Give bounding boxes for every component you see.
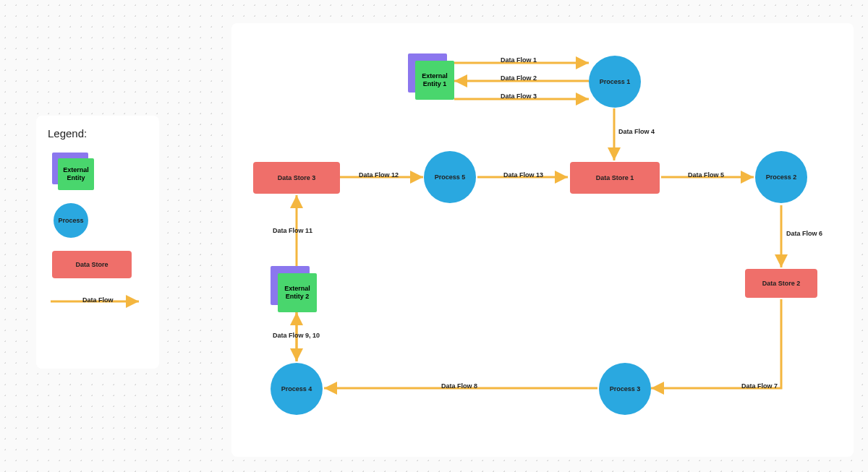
- data-store-2[interactable]: Data Store 2: [745, 269, 817, 298]
- process-2[interactable]: Process 2: [755, 151, 807, 203]
- flow-5-label: Data Flow 5: [688, 171, 724, 179]
- flow-arrows: [231, 23, 854, 457]
- process-5[interactable]: Process 5: [424, 151, 476, 203]
- legend-entity: External Entity: [48, 153, 148, 196]
- legend-datastore: Data Store: [48, 251, 148, 287]
- external-entity-2[interactable]: External Entity 2: [271, 266, 318, 314]
- process-1[interactable]: Process 1: [589, 56, 641, 108]
- flow-11-label: Data Flow 11: [273, 227, 312, 234]
- data-store-1[interactable]: Data Store 1: [570, 162, 660, 194]
- process-5-label: Process 5: [435, 173, 466, 181]
- legend-title: Legend:: [48, 127, 148, 140]
- flow-9-10-label: Data Flow 9, 10: [273, 332, 320, 339]
- external-entity-1[interactable]: External Entity 1: [408, 53, 456, 101]
- flow-2-label: Data Flow 2: [501, 74, 537, 82]
- flow-7-label: Data Flow 7: [741, 382, 778, 390]
- data-store-1-label: Data Store 1: [596, 174, 634, 181]
- flow-6-label: Data Flow 6: [786, 230, 822, 237]
- flow-12-label: Data Flow 12: [359, 171, 399, 179]
- data-store-3-label: Data Store 3: [278, 174, 316, 181]
- process-3[interactable]: Process 3: [599, 363, 651, 415]
- process-2-label: Process 2: [766, 173, 797, 181]
- data-store-3[interactable]: Data Store 3: [253, 162, 340, 194]
- flow-4-label: Data Flow 4: [618, 128, 655, 135]
- data-store-2-label: Data Store 2: [762, 280, 801, 287]
- external-entity-2-label: External Entity 2: [278, 273, 317, 312]
- legend-process-label: Process: [58, 217, 83, 224]
- legend-process: Process: [48, 203, 148, 244]
- flow-3-label: Data Flow 3: [501, 93, 537, 100]
- external-entity-1-label: External Entity 1: [415, 61, 454, 100]
- legend-flow-label: Data Flow: [82, 296, 114, 304]
- legend-entity-label: External Entity: [58, 158, 94, 190]
- diagram-panel[interactable]: Data Flow 1 Data Flow 2 Data Flow 3 Data…: [231, 23, 854, 457]
- process-3-label: Process 3: [610, 385, 641, 392]
- process-4-label: Process 4: [281, 385, 312, 392]
- flow-1-label: Data Flow 1: [501, 56, 537, 64]
- flow-13-label: Data Flow 13: [503, 171, 543, 179]
- legend-panel: Legend: External Entity Process Data Sto…: [36, 116, 159, 369]
- flow-8-label: Data Flow 8: [441, 382, 477, 390]
- process-1-label: Process 1: [600, 78, 631, 85]
- legend-flow: Data Flow: [48, 294, 148, 316]
- legend-datastore-label: Data Store: [75, 261, 108, 268]
- process-4[interactable]: Process 4: [271, 363, 323, 415]
